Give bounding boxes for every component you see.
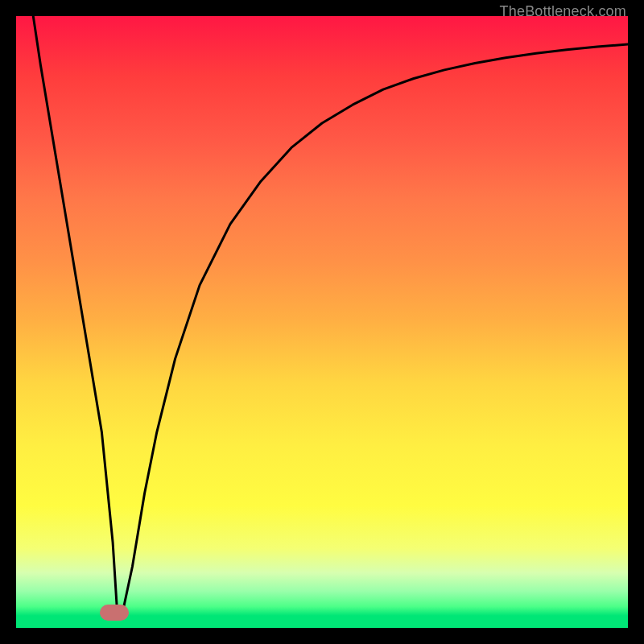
plot-area	[16, 16, 628, 628]
chart-container: TheBottleneck.com	[0, 0, 644, 644]
curve-svg	[16, 16, 628, 628]
watermark-text: TheBottleneck.com	[500, 3, 626, 20]
optimal-marker	[100, 605, 129, 621]
bottleneck-curve	[33, 16, 628, 609]
